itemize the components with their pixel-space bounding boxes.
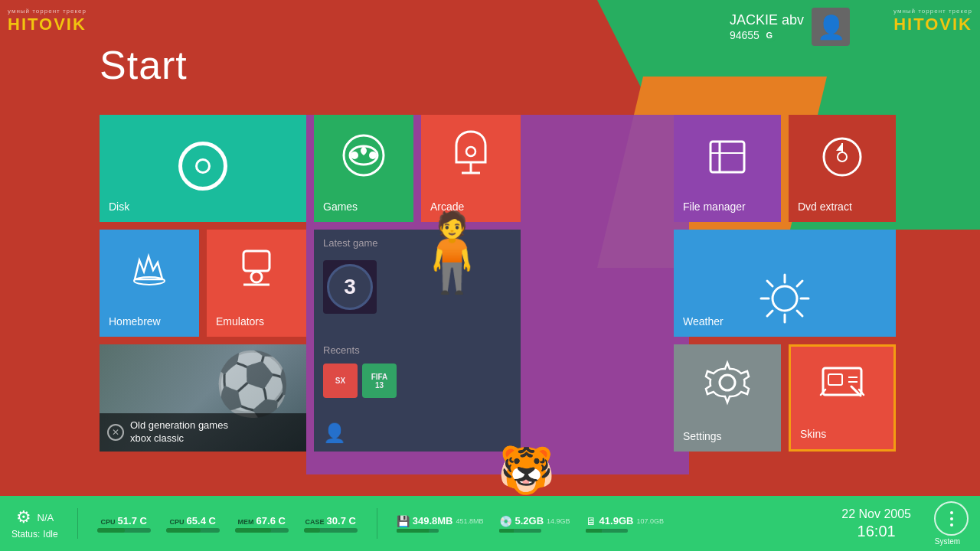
score-value: 94655	[730, 29, 760, 41]
svg-point-13	[134, 277, 165, 285]
gamerscore-badge: G	[763, 28, 776, 42]
time-display: 16:01	[858, 523, 896, 540]
tile-old-games[interactable]: ⚽ ✕ Old generation games xbox classic	[100, 344, 306, 452]
xbox-avatar-character: 🧍	[383, 99, 521, 406]
svg-point-18	[773, 286, 797, 311]
watermark-left-small: умный торрент трекер	[8, 8, 87, 15]
tile-settings[interactable]: Settings	[674, 344, 781, 452]
start-title: Start	[100, 42, 188, 88]
svg-point-2	[351, 152, 358, 159]
storage3-icon: 🖥	[586, 515, 596, 527]
skins-icon	[819, 360, 865, 403]
mem-value: 67.6 C	[256, 515, 286, 527]
storage1: 💾 349.8MB 451.8MB	[397, 515, 484, 533]
svg-point-27	[720, 375, 735, 390]
status-bar: ⚙ N/A Status: Idle CPU 51.7 C CPU 65.4 C…	[0, 496, 980, 551]
homebrew-label: Homebrew	[109, 315, 161, 328]
old-games-info: ✕ Old generation games xbox classic	[100, 413, 306, 452]
storage2: 💿 5.2GB 14.9GB	[499, 515, 570, 533]
system-menu-icon	[942, 510, 961, 528]
cpu1-status: CPU 51.7 C	[97, 515, 151, 533]
watermark-left-brand: HITOVIK	[8, 15, 87, 34]
recent-game-1[interactable]: SX	[323, 364, 358, 398]
recents-header: Recents	[323, 344, 360, 356]
system-icon-section: System	[926, 501, 969, 546]
watermark-right-brand: HITOVIK	[893, 15, 972, 34]
tile-emulators[interactable]: Emulators	[207, 230, 306, 337]
storage1-bar	[397, 529, 439, 533]
tile-dvd-extract[interactable]: Dvd extract	[789, 115, 896, 222]
avatar: 👤	[812, 8, 850, 46]
svg-point-33	[950, 511, 953, 514]
svg-line-23	[767, 281, 773, 286]
tile-disk[interactable]: Disk	[100, 115, 306, 222]
storage1-fill	[397, 529, 429, 533]
cpu1-label: CPU	[101, 518, 116, 526]
storage2-row: 💿 5.2GB 14.9GB	[499, 515, 570, 527]
system-status: ⚙ N/A Status: Idle	[11, 507, 58, 540]
storage2-fill	[499, 529, 514, 533]
cpu1-value: 51.7 C	[118, 515, 147, 527]
settings-icon	[704, 360, 750, 406]
tile-weather[interactable]: Weather	[674, 230, 896, 337]
cpu2-label: CPU	[170, 518, 185, 526]
tile-homebrew[interactable]: Homebrew	[100, 230, 199, 337]
svg-point-3	[369, 152, 377, 159]
tile-skins[interactable]: Skins	[789, 344, 896, 452]
cpu2-status: CPU 65.4 C	[166, 515, 220, 533]
case-value: 30.7 C	[327, 515, 356, 527]
mem-progress-fill	[235, 528, 272, 533]
storage3: 🖥 41.9GB 107.0GB	[586, 515, 664, 533]
system-small-icon: ⚙	[16, 507, 31, 527]
games-icon	[342, 134, 385, 177]
soccer-player-icon: ⚽	[214, 348, 291, 420]
cpu2-progress-fill	[166, 528, 201, 533]
user-info: JACKIE abv 94655 G 👤	[730, 8, 850, 46]
svg-point-11	[838, 152, 847, 161]
svg-line-26	[767, 311, 773, 316]
storage3-row: 🖥 41.9GB 107.0GB	[586, 515, 664, 527]
settings-label: Settings	[683, 430, 722, 442]
date-display: 22 Nov 2005	[841, 507, 911, 521]
storage1-sub: 451.8MB	[456, 517, 483, 525]
svg-line-25	[797, 281, 802, 286]
divider-1	[77, 508, 78, 539]
cpu2-progress	[166, 528, 220, 533]
storage1-icon: 💾	[397, 515, 410, 527]
svg-point-34	[950, 517, 953, 520]
gta-logo: 3	[327, 264, 373, 310]
games-label: Games	[323, 201, 358, 213]
dvd-extract-label: Dvd extract	[798, 201, 852, 213]
old-games-x-icon: ✕	[107, 424, 124, 441]
storage3-bar	[586, 529, 628, 533]
storage2-sub: 14.9GB	[547, 517, 570, 525]
old-games-text: Old generation games xbox classic	[130, 419, 228, 445]
storage2-bar	[499, 529, 541, 533]
disk-icon	[178, 142, 227, 191]
emulators-icon	[236, 245, 277, 291]
file-manager-label: File manager	[683, 201, 746, 213]
case-label: CASE	[305, 518, 325, 526]
latest-game-icon: 3	[323, 260, 377, 314]
svg-point-15	[251, 272, 262, 282]
disk-label: Disk	[109, 201, 129, 213]
dvd-extract-icon	[819, 134, 865, 180]
date-time: 22 Nov 2005 16:01	[841, 507, 911, 540]
svg-line-24	[797, 311, 802, 316]
tiger-character: 🐯	[498, 443, 555, 497]
svg-point-35	[950, 523, 953, 527]
case-progress-fill	[304, 528, 321, 533]
system-icon[interactable]	[934, 501, 969, 536]
system-label: System	[935, 537, 960, 546]
watermark-right-small: умный торрент трекер	[893, 8, 972, 15]
latest-game-header: Latest game	[323, 237, 378, 249]
storage2-icon: 💿	[499, 515, 512, 527]
avatar-image: 👤	[817, 14, 845, 41]
case-progress	[304, 528, 358, 533]
status-value: Idle	[43, 529, 57, 540]
status-label: Status:	[11, 529, 40, 540]
tile-file-manager[interactable]: File manager	[674, 115, 781, 222]
mem-label: MEM	[238, 518, 254, 526]
user-details: JACKIE abv 94655 G	[730, 12, 804, 42]
cpu1-progress-fill	[97, 528, 125, 533]
